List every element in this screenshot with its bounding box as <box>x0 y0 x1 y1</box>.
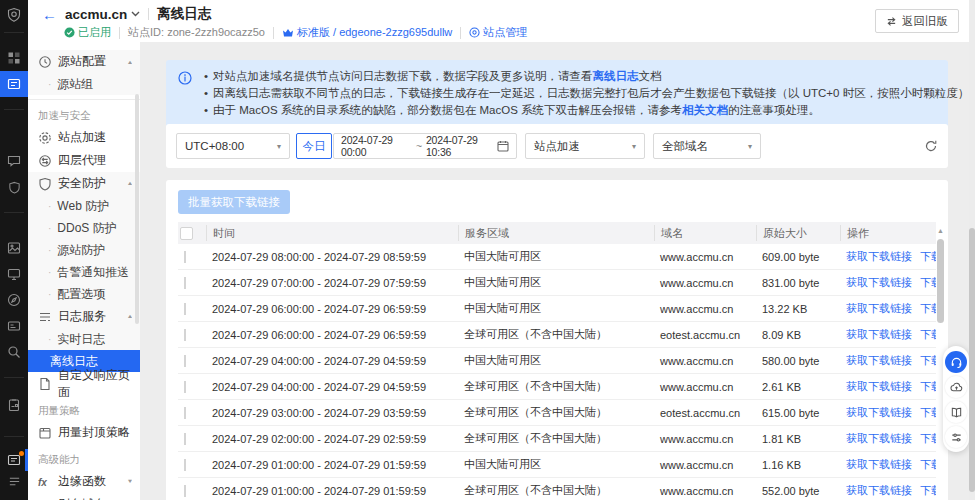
download-action[interactable]: 下载 <box>920 250 936 262</box>
download-action[interactable]: 下载 <box>920 328 936 340</box>
get-download-link-action[interactable]: 获取下载链接 <box>846 484 912 496</box>
refresh-icon[interactable] <box>924 139 938 153</box>
sidebar-item[interactable]: 用量封顶策略 <box>28 421 140 444</box>
shield-icon[interactable] <box>0 174 28 200</box>
sidebar-item-label: 四层代理 <box>58 152 106 169</box>
back-button[interactable]: ← <box>42 6 57 23</box>
id-card-icon[interactable] <box>0 313 28 339</box>
download-action[interactable]: 下载 <box>920 406 936 418</box>
filter-bar: UTC+08:00▾ 今日 2024-07-29 00:00 ~ 2024-07… <box>166 124 948 168</box>
get-download-link-action[interactable]: 获取下载链接 <box>846 380 912 392</box>
sidebar-subitem[interactable]: ·Web 防护 <box>28 195 140 217</box>
rail-divider <box>4 377 24 378</box>
row-checkbox[interactable] <box>184 381 186 393</box>
feedback-cloud-button[interactable] <box>945 376 967 398</box>
download-action[interactable]: 下载 <box>920 302 936 314</box>
batch-download-button[interactable]: 批量获取下载链接 <box>178 190 290 214</box>
get-download-link-action[interactable]: 获取下载链接 <box>846 302 912 314</box>
download-action[interactable]: 下载 <box>920 276 936 288</box>
search-icon[interactable] <box>0 339 28 365</box>
cell-region: 全球可用区（不含中国大陆） <box>458 405 654 420</box>
download-action[interactable]: 下载 <box>920 458 936 470</box>
site-manage-link[interactable]: 站点管理 <box>469 25 527 40</box>
sidebar-subitem[interactable]: ·告警通知推送 <box>28 261 140 283</box>
docs-book-button[interactable] <box>945 401 967 423</box>
date-range-picker[interactable]: 2024-07-29 00:00 ~ 2024-07-29 10:36 <box>333 133 517 159</box>
sidebar-item[interactable]: 站点加速 <box>28 126 140 149</box>
sidebar-subitem[interactable]: ·DDoS 防护 <box>28 217 140 239</box>
logo-shield-icon[interactable] <box>0 2 28 28</box>
image-icon[interactable] <box>0 235 28 261</box>
sidebar-item[interactable]: 自定义响应页面 <box>28 372 140 395</box>
monitor-icon[interactable] <box>0 261 28 287</box>
cell-time: 2024-07-29 03:00:00 - 2024-07-29 03:59:5… <box>206 407 458 419</box>
sidebar-subitem[interactable]: ·源站组 <box>28 73 140 95</box>
sidebar-subitem-label: 配置选项 <box>57 286 105 303</box>
select-all-checkbox[interactable] <box>180 227 193 240</box>
get-download-link-action[interactable]: 获取下载链接 <box>846 276 912 288</box>
sidebar-item[interactable]: fx边缘函数▾ <box>28 470 140 493</box>
scroll-up-arrow[interactable]: ▲ <box>936 226 945 236</box>
row-checkbox[interactable] <box>184 329 186 341</box>
bullet-icon: · <box>48 223 51 234</box>
domain-select[interactable]: 全部域名▾ <box>653 133 761 159</box>
row-checkbox[interactable] <box>184 485 186 497</box>
page-scrollbar[interactable] <box>969 0 975 500</box>
divider <box>119 27 120 39</box>
scope-select[interactable]: 站点加速▾ <box>525 133 645 159</box>
sidebar-item[interactable]: 源站配置▴ <box>28 50 140 73</box>
get-download-link-action[interactable]: 获取下载链接 <box>846 458 912 470</box>
sidebar-item[interactable]: 日志服务▴ <box>28 305 140 328</box>
back-to-old-version-button[interactable]: 返回旧版 <box>875 9 959 33</box>
divider <box>273 27 274 39</box>
banner-line: •对站点加速域名提供节点访问日志数据下载，数据字段及更多说明，请查看离线日志文档 <box>204 68 936 85</box>
sidebar-subitem[interactable]: ·源站防护 <box>28 239 140 261</box>
get-download-link-action[interactable]: 获取下载链接 <box>846 354 912 366</box>
row-checkbox[interactable] <box>184 355 186 367</box>
settings-circle-icon[interactable] <box>0 493 28 500</box>
site-switcher[interactable]: accmu.cn <box>65 7 140 22</box>
site-card-selected-icon[interactable] <box>0 71 28 97</box>
settings-sliders-button[interactable] <box>945 426 967 448</box>
sidebar-item[interactable]: 别名域名 <box>28 493 140 500</box>
menu-icon[interactable] <box>0 468 28 494</box>
timezone-select[interactable]: UTC+08:00▾ <box>176 133 290 159</box>
get-download-link-action[interactable]: 获取下载链接 <box>846 406 912 418</box>
clipboard-icon[interactable] <box>0 392 28 418</box>
download-action[interactable]: 下载 <box>920 484 936 496</box>
today-button[interactable]: 今日 <box>296 133 332 159</box>
compass-icon[interactable] <box>0 287 28 313</box>
row-checkbox[interactable] <box>184 303 186 315</box>
get-download-link-action[interactable]: 获取下载链接 <box>846 250 912 262</box>
get-download-link-action[interactable]: 获取下载链接 <box>846 328 912 340</box>
shield-icon <box>38 177 52 191</box>
row-checkbox[interactable] <box>184 251 186 263</box>
sidebar-subitem[interactable]: ·实时日志 <box>28 328 140 350</box>
table-row: 2024-07-29 01:00:00 - 2024-07-29 01:59:5… <box>178 478 936 500</box>
row-checkbox[interactable] <box>184 277 186 289</box>
chevron-up-icon: ▴ <box>128 313 132 320</box>
plan-badge[interactable]: 标准版 / edgeone-2zzg695dullw <box>282 25 452 40</box>
row-checkbox[interactable] <box>184 407 186 419</box>
sidebar-item-label: 源站配置 <box>58 53 106 70</box>
app-grid-icon[interactable] <box>0 45 28 71</box>
download-action[interactable]: 下载 <box>920 354 936 366</box>
download-action[interactable]: 下载 <box>920 432 936 444</box>
download-action[interactable]: 下载 <box>920 380 936 392</box>
cell-domain: eotest.accmu.cn <box>654 329 756 341</box>
sidebar-item[interactable]: 安全防护▴ <box>28 172 140 195</box>
sidebar-scrollbar[interactable] <box>135 94 139 324</box>
get-download-link-action[interactable]: 获取下载链接 <box>846 432 912 444</box>
row-checkbox[interactable] <box>184 433 186 445</box>
page-scrollbar-thumb[interactable] <box>969 228 975 492</box>
scrollbar-thumb[interactable] <box>937 239 944 323</box>
banner-doc-link[interactable]: 相关文档 <box>682 104 728 116</box>
sidebar-subitem[interactable]: ·配置选项 <box>28 283 140 305</box>
row-checkbox[interactable] <box>184 459 186 471</box>
chat-bubble-icon[interactable] <box>0 148 28 174</box>
sidebar-subitem-label: 源站防护 <box>57 242 105 259</box>
cell-size: 831.00 byte <box>756 277 840 289</box>
support-headset-button[interactable] <box>945 351 967 373</box>
banner-doc-link[interactable]: 离线日志 <box>593 70 639 82</box>
sidebar-item[interactable]: 四层代理 <box>28 149 140 172</box>
